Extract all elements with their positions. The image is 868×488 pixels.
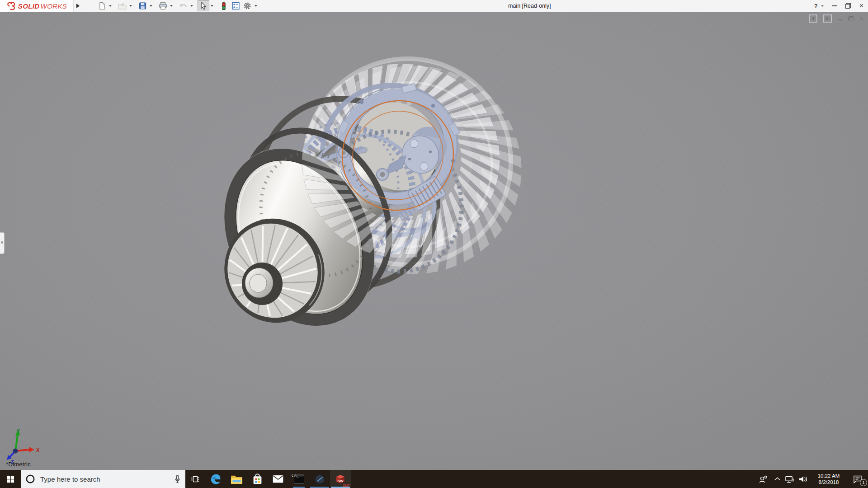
close-icon: × [859,2,863,10]
taskbar-apps: C:\_SW2017 [205,470,351,488]
quick-access-toolbar [96,0,262,12]
help-caret-icon[interactable] [821,5,824,7]
rebuild-button[interactable] [218,0,230,11]
clock-date: 8/2/2018 [818,479,840,485]
print-button[interactable] [157,0,169,11]
task-view-icon [190,475,200,483]
dock-left-icon[interactable] [809,14,817,23]
new-button[interactable] [96,0,108,11]
action-center-button[interactable]: 1 [847,470,868,488]
doc-restore-icon[interactable] [848,16,854,21]
taskbar-app-explorer[interactable] [226,470,247,488]
brand-works: WORKS [41,2,67,10]
options-button[interactable] [241,0,253,11]
view-orientation-status: *Dimetric [6,461,31,468]
file-explorer-icon [231,474,243,484]
new-document-icon [98,2,106,10]
file-properties-button[interactable] [230,0,241,11]
store-icon [252,474,263,485]
taskbar-app-solidworks[interactable]: SW2017 [330,470,351,488]
document-window-controls: × [809,14,863,23]
caret-down-icon[interactable] [253,1,259,11]
network-button[interactable] [783,470,796,488]
open-button[interactable] [116,0,128,11]
people-icon [759,475,768,483]
close-button[interactable]: × [859,0,863,12]
caret-down-icon[interactable] [169,1,174,11]
document-title: main [Read-only] [508,0,551,12]
clock-time: 10:22 AM [818,473,840,479]
minimize-icon [832,5,837,6]
windows-logo-icon [7,475,14,483]
help-icon: ? [814,3,818,9]
notification-badge: 1 [860,479,867,486]
svg-text:SW: SW [338,479,344,483]
dock-right-icon[interactable] [823,14,832,23]
taskbar-app-hexapp[interactable] [309,470,330,488]
clock[interactable]: 10:22 AM8/2/2018 [812,470,845,488]
volume-icon [798,475,807,483]
select-button[interactable] [198,0,209,11]
taskbar-search[interactable] [21,470,185,488]
caret-down-icon[interactable] [128,1,133,11]
solidworks-icon: SW [335,473,346,485]
taskbar-app-mail[interactable] [268,470,288,488]
cortana-icon [25,474,35,484]
task-view-button[interactable] [185,470,205,488]
chevron-up-icon [774,477,780,481]
edge-icon [210,473,222,485]
taskbar-app-store[interactable] [247,470,268,488]
toolbar-expand-button[interactable] [74,0,82,12]
open-folder-icon [118,2,127,10]
caret-down-icon[interactable] [148,1,154,11]
terminal-prompt-text: C:\_ [292,474,299,478]
system-tray: 10:22 AM8/2/2018 1 [755,470,868,488]
select-cursor-icon [200,2,207,10]
solidworks-logo: SOLIDWORKS [0,0,74,12]
doc-close-icon[interactable]: × [859,15,863,22]
save-icon [139,2,146,10]
caret-down-icon[interactable] [189,1,194,11]
print-icon [159,2,167,10]
taskbar: C:\_SW2017 [0,470,868,488]
brand-solid: SOLID [18,2,40,10]
hidden-icons-button[interactable] [771,470,783,488]
gear-icon [243,2,251,10]
taskbar-app-cmd[interactable]: C:\_ [288,470,309,488]
traffic-light-icon [221,2,226,10]
start-button[interactable] [0,470,21,488]
network-icon [785,475,794,483]
caret-down-icon[interactable] [209,1,215,11]
engine-model[interactable] [0,12,868,470]
volume-button[interactable] [796,470,810,488]
help-button[interactable]: ? [814,0,818,12]
feature-manager-collapsed-tab[interactable] [0,232,5,254]
undo-icon [179,2,188,9]
doc-minimize-icon[interactable] [838,19,842,20]
save-button[interactable] [137,0,148,11]
tab-handle-icon [1,241,3,244]
graphics-viewport[interactable]: × Y X Z *Dimetric [0,12,868,470]
undo-button[interactable] [177,0,189,11]
solidworks-logo-mark [6,1,17,10]
restore-button[interactable] [845,3,851,9]
minimize-button[interactable] [832,0,837,12]
file-properties-icon [232,2,240,10]
y-axis-label: Y [17,428,20,434]
mail-icon [272,474,284,483]
hexagon-app-icon [314,474,326,485]
caret-down-icon[interactable] [108,1,113,11]
people-button[interactable] [755,470,771,488]
window-controls: ? × [814,0,863,12]
microphone-icon[interactable] [174,474,181,484]
search-input[interactable] [39,475,170,483]
x-axis-label: X [36,447,40,453]
taskbar-app-edge[interactable] [205,470,226,488]
titlebar: SOLIDWORKS main [Read-only] ? × [0,0,868,12]
arrow-right-icon [76,4,80,8]
